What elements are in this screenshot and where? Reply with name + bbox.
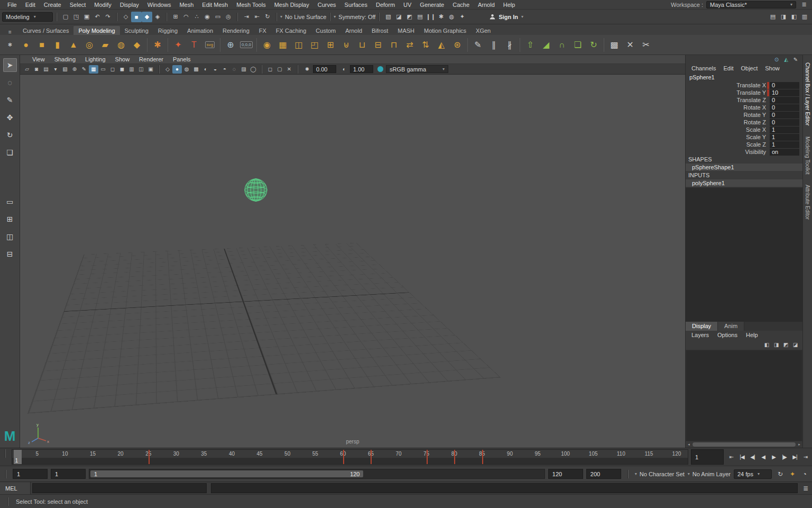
menu-generate[interactable]: Generate	[416, 2, 448, 8]
shelf-bridge-icon[interactable]: ∩	[554, 37, 570, 53]
menu-surfaces[interactable]: Surfaces	[340, 2, 372, 8]
shelf-append-to-polygon-icon[interactable]: ❏	[570, 37, 586, 53]
sidebar-tab-attribute-editor[interactable]: Attribute Editor	[805, 185, 810, 220]
range-end-handle[interactable]: 120	[350, 471, 359, 477]
group-grip[interactable]	[276, 13, 277, 21]
shadows-icon[interactable]: ◒	[210, 65, 220, 74]
shelf-tab-arnold[interactable]: Arnold	[340, 26, 367, 35]
grid-toggle-icon[interactable]: ▦	[89, 65, 98, 74]
channel-label-translate-z[interactable]: Translate Z	[686, 97, 770, 103]
step-back-one-key-button[interactable]: |◀	[737, 449, 747, 465]
symmetry-dropdown[interactable]: Symmetry: Off	[334, 14, 375, 20]
menu-windows[interactable]: Windows	[143, 2, 176, 8]
channel-value-rotate-y[interactable]: 0	[770, 112, 799, 119]
move-tool-icon[interactable]: ✥	[3, 111, 17, 124]
menu-select[interactable]: Select	[66, 2, 90, 8]
menu-mesh-tools[interactable]: Mesh Tools	[232, 2, 270, 8]
play-forwards-button[interactable]: ▶	[769, 449, 779, 465]
shelf-poke-icon[interactable]: ⊛	[449, 37, 465, 53]
shelf-separate-icon[interactable]: ◰	[307, 37, 322, 53]
command-language-toggle[interactable]: MEL	[0, 482, 31, 494]
shelf-poly-disc-icon[interactable]: ◍	[113, 37, 129, 53]
group-grip[interactable]	[56, 13, 57, 21]
panel-menu-shading[interactable]: Shading	[50, 56, 80, 62]
use-default-material-icon[interactable]: ◍	[182, 65, 191, 74]
shelf-wedge-icon[interactable]: ◭	[433, 37, 449, 53]
hypershade-icon[interactable]: ◍	[446, 12, 457, 22]
toolbox-toggle-icon[interactable]: ▤	[768, 12, 778, 22]
select-tool-icon[interactable]: ➤	[3, 58, 17, 72]
menu-create[interactable]: Create	[40, 2, 66, 8]
render-settings-icon[interactable]: ✱	[436, 12, 446, 22]
menu-edit[interactable]: Edit	[21, 2, 40, 8]
depth-of-field-icon[interactable]: ◯	[248, 65, 258, 74]
panel-menu-show[interactable]: Show	[110, 56, 135, 62]
channel-label-translate-x[interactable]: Translate X	[686, 82, 770, 88]
shelf-boolean-difference-icon[interactable]: ⊟	[370, 37, 386, 53]
playback-end-field[interactable]: 120	[548, 469, 583, 479]
sidebar-tab-channel-box-layer-editor[interactable]: Channel Box / Layer Editor	[805, 62, 810, 126]
lasso-select-tool-icon[interactable]: ◌	[3, 76, 17, 89]
shelf-multi-cut-icon[interactable]: ✎	[470, 37, 486, 53]
selected-object-name[interactable]: pSphere1	[686, 73, 802, 81]
tool-settings-toggle-icon[interactable]: ◧	[789, 12, 799, 22]
safe-title-icon[interactable]: ▣	[146, 65, 155, 74]
sign-in-button[interactable]: Sign In	[490, 14, 523, 20]
menu-display[interactable]: Display	[116, 2, 143, 8]
make-object-live-icon[interactable]: ◎	[223, 12, 234, 22]
layout-single-pane-icon[interactable]: ▭	[3, 195, 17, 208]
shelf-poly-super-ellipse-icon[interactable]: ✱	[150, 37, 165, 53]
shelf-target-weld-icon[interactable]: ✕	[622, 37, 638, 53]
channel-pin-icon[interactable]: ⊙	[773, 56, 780, 63]
layout-four-pane-icon[interactable]: ⊞	[3, 212, 17, 226]
scroll-right-arrow-icon[interactable]: ▸	[796, 442, 802, 447]
new-empty-layer-icon[interactable]: ◧	[763, 341, 771, 349]
step-back-one-frame-button[interactable]: ◀|	[748, 449, 758, 465]
shelf-tab-rigging[interactable]: Rigging	[153, 26, 182, 35]
xray-joints-icon[interactable]: ✕	[284, 65, 294, 74]
shelf-extract-icon[interactable]: ⊞	[322, 37, 338, 53]
shelf-snap-to-origin-icon[interactable]: 0,0,0	[238, 37, 254, 53]
channel-value-visibility[interactable]: on	[770, 149, 799, 156]
shelf-svg-tool-icon[interactable]: svg	[202, 37, 218, 53]
group-grip[interactable]	[297, 65, 298, 74]
shelf-tab-bifrost[interactable]: Bifrost	[367, 26, 393, 35]
go-to-end-button[interactable]: ⇥	[800, 449, 810, 465]
group-grip[interactable]	[166, 13, 167, 21]
shelf-circularize-icon[interactable]: ↻	[586, 37, 602, 53]
shelf-uv-checker-icon[interactable]: ▩	[606, 37, 622, 53]
snap-to-curve-icon[interactable]: ◠	[181, 12, 191, 22]
input-connections-icon[interactable]: ⇥	[241, 12, 252, 22]
play-backwards-button[interactable]: ◀	[758, 449, 768, 465]
camera-attributes-icon[interactable]: ▤	[41, 65, 51, 74]
shelf-construction-plane-icon[interactable]: ⊕	[223, 37, 238, 53]
channel-value-scale-y[interactable]: 1	[770, 134, 799, 141]
panel-menu-renderer[interactable]: Renderer	[134, 56, 168, 62]
select-by-asset-icon[interactable]: ◈	[152, 12, 163, 22]
channel-value-translate-y[interactable]: 10	[770, 89, 799, 96]
menu-file[interactable]: File	[3, 2, 21, 8]
channel-label-translate-y[interactable]: Translate Y	[686, 89, 770, 96]
channel-box-menu-edit[interactable]: Edit	[719, 65, 737, 71]
gamma-field[interactable]: 1.00	[350, 65, 373, 73]
menu-arnold[interactable]: Arnold	[474, 2, 499, 8]
select-by-object-icon[interactable]: ■	[131, 12, 142, 22]
shelf-subdivide-icon[interactable]: ▦	[275, 37, 291, 53]
isolate-select-icon[interactable]: ◻	[265, 65, 275, 74]
channel-box-menu-object[interactable]: Object	[737, 65, 761, 71]
layer-list-area[interactable]	[686, 350, 802, 441]
channel-label-rotate-y[interactable]: Rotate Y	[686, 112, 770, 118]
save-scene-icon[interactable]: ▣	[81, 12, 92, 22]
panel-menu-view[interactable]: View	[27, 56, 50, 62]
motion-blur-icon[interactable]: ◌	[229, 65, 239, 74]
current-time-field[interactable]: 1	[691, 449, 724, 465]
anim-layer-dropdown[interactable]: No Anim Layer	[688, 471, 731, 477]
scrollbar-thumb[interactable]	[693, 442, 796, 447]
2d-pan-zoom-icon[interactable]: ⊕	[70, 65, 79, 74]
channel-value-scale-z[interactable]: 1	[770, 141, 799, 148]
ipr-render-icon[interactable]: ◩	[404, 12, 414, 22]
shelf-merge-icon[interactable]: ⊎	[338, 37, 354, 53]
workspace-menu-icon[interactable]: ≣	[799, 1, 809, 8]
shelf-flip-icon[interactable]: ⇅	[418, 37, 433, 53]
redo-icon[interactable]: ↷	[103, 12, 113, 22]
